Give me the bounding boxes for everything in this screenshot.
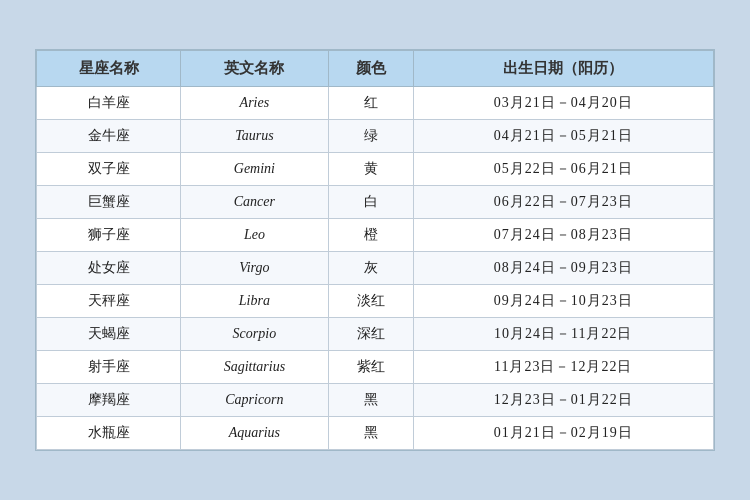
- cell-english: Taurus: [181, 120, 328, 153]
- cell-chinese: 水瓶座: [37, 417, 181, 450]
- cell-color: 紫红: [328, 351, 413, 384]
- cell-chinese: 射手座: [37, 351, 181, 384]
- table-row: 金牛座Taurus绿04月21日－05月21日: [37, 120, 714, 153]
- col-header-english: 英文名称: [181, 51, 328, 87]
- table-row: 白羊座Aries红03月21日－04月20日: [37, 87, 714, 120]
- cell-chinese: 处女座: [37, 252, 181, 285]
- table-row: 射手座Sagittarius紫红11月23日－12月22日: [37, 351, 714, 384]
- cell-english: Virgo: [181, 252, 328, 285]
- table-row: 水瓶座Aquarius黑01月21日－02月19日: [37, 417, 714, 450]
- cell-dates: 06月22日－07月23日: [413, 186, 714, 219]
- cell-chinese: 狮子座: [37, 219, 181, 252]
- cell-dates: 09月24日－10月23日: [413, 285, 714, 318]
- table-row: 双子座Gemini黄05月22日－06月21日: [37, 153, 714, 186]
- table-row: 天秤座Libra淡红09月24日－10月23日: [37, 285, 714, 318]
- cell-color: 橙: [328, 219, 413, 252]
- col-header-chinese: 星座名称: [37, 51, 181, 87]
- cell-english: Aquarius: [181, 417, 328, 450]
- cell-color: 深红: [328, 318, 413, 351]
- table-row: 巨蟹座Cancer白06月22日－07月23日: [37, 186, 714, 219]
- cell-english: Leo: [181, 219, 328, 252]
- cell-chinese: 白羊座: [37, 87, 181, 120]
- col-header-dates: 出生日期（阳历）: [413, 51, 714, 87]
- cell-dates: 08月24日－09月23日: [413, 252, 714, 285]
- cell-english: Aries: [181, 87, 328, 120]
- cell-chinese: 巨蟹座: [37, 186, 181, 219]
- cell-english: Cancer: [181, 186, 328, 219]
- cell-chinese: 金牛座: [37, 120, 181, 153]
- cell-color: 绿: [328, 120, 413, 153]
- table-row: 摩羯座Capricorn黑12月23日－01月22日: [37, 384, 714, 417]
- cell-color: 黑: [328, 417, 413, 450]
- cell-dates: 10月24日－11月22日: [413, 318, 714, 351]
- cell-chinese: 双子座: [37, 153, 181, 186]
- cell-dates: 01月21日－02月19日: [413, 417, 714, 450]
- cell-english: Capricorn: [181, 384, 328, 417]
- cell-dates: 11月23日－12月22日: [413, 351, 714, 384]
- table-row: 天蝎座Scorpio深红10月24日－11月22日: [37, 318, 714, 351]
- cell-dates: 05月22日－06月21日: [413, 153, 714, 186]
- cell-color: 黄: [328, 153, 413, 186]
- cell-dates: 12月23日－01月22日: [413, 384, 714, 417]
- cell-dates: 04月21日－05月21日: [413, 120, 714, 153]
- cell-color: 淡红: [328, 285, 413, 318]
- table-row: 处女座Virgo灰08月24日－09月23日: [37, 252, 714, 285]
- cell-color: 白: [328, 186, 413, 219]
- cell-color: 红: [328, 87, 413, 120]
- cell-dates: 03月21日－04月20日: [413, 87, 714, 120]
- zodiac-table-container: 星座名称 英文名称 颜色 出生日期（阳历） 白羊座Aries红03月21日－04…: [35, 49, 715, 451]
- col-header-color: 颜色: [328, 51, 413, 87]
- table-row: 狮子座Leo橙07月24日－08月23日: [37, 219, 714, 252]
- cell-english: Sagittarius: [181, 351, 328, 384]
- cell-english: Gemini: [181, 153, 328, 186]
- cell-chinese: 天秤座: [37, 285, 181, 318]
- cell-english: Libra: [181, 285, 328, 318]
- cell-chinese: 摩羯座: [37, 384, 181, 417]
- table-header-row: 星座名称 英文名称 颜色 出生日期（阳历）: [37, 51, 714, 87]
- cell-chinese: 天蝎座: [37, 318, 181, 351]
- cell-color: 灰: [328, 252, 413, 285]
- cell-dates: 07月24日－08月23日: [413, 219, 714, 252]
- cell-english: Scorpio: [181, 318, 328, 351]
- zodiac-table: 星座名称 英文名称 颜色 出生日期（阳历） 白羊座Aries红03月21日－04…: [36, 50, 714, 450]
- cell-color: 黑: [328, 384, 413, 417]
